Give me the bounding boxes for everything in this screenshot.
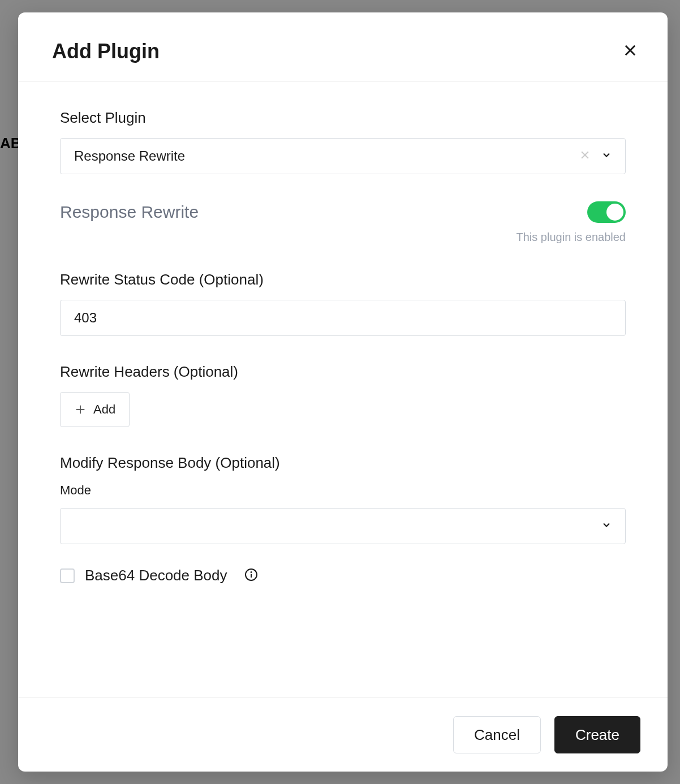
modify-body-group: Modify Response Body (Optional) Mode Bas… — [60, 454, 626, 584]
close-icon — [622, 42, 638, 58]
modal-header: Add Plugin — [18, 12, 668, 82]
select-plugin-group: Select Plugin — [60, 109, 626, 174]
select-plugin-input[interactable] — [60, 138, 626, 174]
base64-row: Base64 Decode Body — [60, 567, 626, 584]
base64-info[interactable] — [244, 568, 258, 584]
select-plugin-label: Select Plugin — [60, 109, 626, 127]
modal-title: Add Plugin — [52, 40, 160, 63]
mode-select-wrap — [60, 508, 626, 544]
mode-label: Mode — [60, 483, 626, 498]
toggle-knob — [606, 204, 623, 221]
svg-point-8 — [251, 572, 251, 572]
info-icon — [244, 568, 258, 581]
base64-checkbox[interactable] — [60, 568, 75, 583]
status-code-group: Rewrite Status Code (Optional) — [60, 271, 626, 336]
modify-body-label: Modify Response Body (Optional) — [60, 454, 626, 472]
modal-footer: Cancel Create — [18, 697, 668, 772]
modal-body: Select Plugin Response Rewrite This plug… — [18, 82, 668, 697]
status-code-input[interactable] — [60, 300, 626, 336]
plugin-name-label: Response Rewrite — [60, 203, 199, 222]
select-plugin-wrap — [60, 138, 626, 174]
plus-icon — [74, 403, 87, 416]
select-plugin-clear[interactable] — [579, 149, 591, 163]
plugin-enabled-toggle[interactable] — [587, 201, 626, 223]
add-plugin-modal: Add Plugin Select Plugin Response Rewrit… — [18, 12, 668, 772]
close-button[interactable] — [620, 40, 640, 63]
cancel-button[interactable]: Cancel — [453, 716, 541, 753]
plugin-toggle-group: Response Rewrite This plugin is enabled — [60, 201, 626, 244]
clear-icon — [579, 149, 591, 161]
add-header-label: Add — [93, 402, 115, 417]
rewrite-headers-group: Rewrite Headers (Optional) Add — [60, 363, 626, 427]
plugin-toggle-row: Response Rewrite — [60, 201, 626, 223]
base64-label: Base64 Decode Body — [85, 567, 227, 584]
add-header-button[interactable]: Add — [60, 392, 130, 427]
mode-select-input[interactable] — [60, 508, 626, 544]
status-code-label: Rewrite Status Code (Optional) — [60, 271, 626, 288]
plugin-enabled-caption: This plugin is enabled — [60, 231, 626, 244]
create-button[interactable]: Create — [554, 716, 640, 753]
rewrite-headers-label: Rewrite Headers (Optional) — [60, 363, 626, 381]
